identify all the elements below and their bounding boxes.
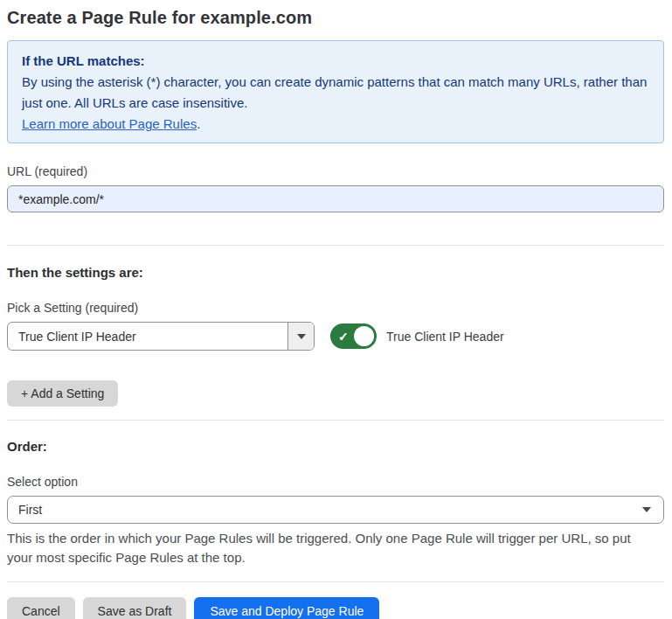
- url-input[interactable]: [7, 185, 664, 212]
- order-section-heading: Order:: [7, 439, 664, 454]
- footer-actions: Cancel Save as Draft Save and Deploy Pag…: [7, 597, 664, 619]
- add-setting-button[interactable]: + Add a Setting: [7, 380, 118, 407]
- setting-row: True Client IP Header ✓ True Client IP H…: [7, 322, 664, 351]
- setting-select[interactable]: True Client IP Header: [7, 322, 315, 351]
- toggle-label: True Client IP Header: [386, 330, 504, 344]
- link-period: .: [197, 116, 200, 131]
- divider: [7, 245, 664, 246]
- url-field-label: URL (required): [7, 164, 664, 178]
- chevron-down-icon: [642, 507, 651, 512]
- page-title: Create a Page Rule for example.com: [7, 0, 664, 28]
- cancel-button[interactable]: Cancel: [7, 597, 75, 619]
- order-select-label: Select option: [7, 475, 664, 489]
- learn-more-link[interactable]: Learn more about Page Rules: [22, 116, 197, 131]
- toggle-knob: [354, 326, 374, 346]
- check-icon: ✓: [338, 330, 349, 342]
- setting-select-arrow-button[interactable]: [288, 323, 314, 350]
- save-as-draft-button[interactable]: Save as Draft: [83, 597, 187, 619]
- page-rule-form: Create a Page Rule for example.com If th…: [0, 0, 672, 619]
- info-box-heading: If the URL matches:: [22, 51, 649, 72]
- divider: [7, 420, 664, 421]
- chevron-down-icon: [297, 334, 306, 339]
- true-client-ip-toggle[interactable]: ✓: [330, 323, 377, 349]
- order-select-value: First: [8, 497, 642, 523]
- order-help-text: This is the order in which your Page Rul…: [7, 529, 654, 567]
- divider: [7, 581, 664, 582]
- order-select[interactable]: First: [7, 496, 664, 524]
- info-box-body: By using the asterisk (*) character, you…: [22, 72, 649, 114]
- info-box-link-line: Learn more about Page Rules.: [22, 114, 649, 135]
- setting-select-value: True Client IP Header: [8, 323, 288, 350]
- pick-setting-label: Pick a Setting (required): [7, 301, 664, 315]
- save-and-deploy-button[interactable]: Save and Deploy Page Rule: [194, 597, 379, 619]
- url-match-info-box: If the URL matches: By using the asteris…: [7, 40, 664, 143]
- settings-section-heading: Then the settings are:: [7, 265, 664, 280]
- order-select-arrow: [642, 497, 663, 523]
